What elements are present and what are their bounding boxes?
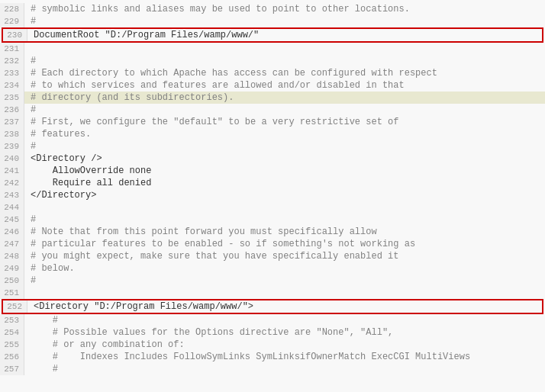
code-line-256: 256 # Indexes Includes FollowSymLinks Sy… [0, 351, 545, 363]
code-line-229: 229# [0, 15, 545, 27]
code-line-246: 246# Note that from this point forward y… [0, 226, 545, 238]
line-content: DocumentRoot "D:/Program Files/wamp/www/… [27, 29, 542, 41]
line-content: # to which services and features are all… [24, 79, 545, 92]
line-number: 251 [0, 287, 24, 299]
line-number: 247 [0, 238, 24, 250]
code-line-233: 233# Each directory to which Apache has … [0, 67, 545, 79]
line-content: <Directory "D:/Program Files/wamp/www/"> [27, 300, 542, 313]
line-content [24, 201, 545, 214]
line-content: # features. [24, 128, 545, 140]
code-line-247: 247# particular features to be enabled -… [0, 238, 545, 250]
line-number: 233 [0, 67, 24, 79]
line-content: # Indexes Includes FollowSymLinks SymLin… [24, 351, 545, 363]
code-line-234: 234# to which services and features are … [0, 79, 545, 92]
line-number: 231 [0, 43, 24, 55]
code-line-248: 248# you might expect, make sure that yo… [0, 250, 545, 262]
line-content: # First, we configure the "default" to b… [24, 116, 545, 128]
line-content: <Directory /> [24, 153, 545, 165]
code-line-241: 241 AllowOverride none [0, 165, 545, 177]
code-line-243: 243</Directory> [0, 189, 545, 201]
line-number: 236 [0, 104, 24, 116]
line-content: # Note that from this point forward you … [24, 226, 545, 238]
code-line-239: 239# [0, 140, 545, 153]
line-number: 242 [0, 177, 24, 189]
line-number: 253 [0, 314, 24, 326]
line-number: 229 [0, 15, 24, 27]
code-editor: 228# symbolic links and aliases may be u… [0, 0, 545, 392]
code-line-240: 240<Directory /> [0, 153, 545, 165]
line-content: # below. [24, 262, 545, 275]
line-number: 239 [0, 140, 24, 153]
code-line-236: 236# [0, 104, 545, 116]
code-line-251: 251 [0, 287, 545, 299]
line-content: # [24, 140, 545, 153]
code-line-253: 253 # [0, 314, 545, 326]
line-content: # [24, 55, 545, 67]
line-content: # symbolic links and aliases may be used… [24, 3, 545, 15]
line-number: 241 [0, 165, 24, 177]
line-content: # Possible values for the Options direct… [24, 326, 545, 339]
line-number: 237 [0, 116, 24, 128]
line-number: 254 [0, 326, 24, 339]
line-content: # particular features to be enabled - so… [24, 238, 545, 250]
line-number: 257 [0, 363, 24, 375]
code-line-238: 238# features. [0, 128, 545, 140]
code-line-232: 232# [0, 55, 545, 67]
code-line-244: 244 [0, 201, 545, 214]
code-line-249: 249# below. [0, 262, 545, 275]
line-content: AllowOverride none [24, 165, 545, 177]
line-number: 238 [0, 128, 24, 140]
line-content: # you might expect, make sure that you h… [24, 250, 545, 262]
line-number: 248 [0, 250, 24, 262]
line-number: 235 [0, 92, 24, 104]
line-content: # [24, 314, 545, 326]
code-line-254: 254 # Possible values for the Options di… [0, 326, 545, 339]
code-lines: 228# symbolic links and aliases may be u… [0, 0, 545, 378]
line-number: 240 [0, 153, 24, 165]
line-number: 244 [0, 201, 24, 214]
line-number: 250 [0, 275, 24, 287]
line-content: # [24, 363, 545, 375]
line-content [24, 43, 545, 55]
line-number: 256 [0, 351, 24, 363]
line-content: # directory (and its subdirectories). [24, 92, 545, 104]
line-number: 245 [0, 214, 24, 226]
line-number: 228 [0, 3, 24, 15]
line-content: # or any combination of: [24, 339, 545, 351]
line-content: Require all denied [24, 177, 545, 189]
line-content: # [24, 15, 545, 27]
code-line-252: 252<Directory "D:/Program Files/wamp/www… [2, 299, 543, 314]
code-line-257: 257 # [0, 363, 545, 375]
code-line-242: 242 Require all denied [0, 177, 545, 189]
code-line-231: 231 [0, 43, 545, 55]
line-number: 249 [0, 262, 24, 275]
line-number: 232 [0, 55, 24, 67]
line-content: </Directory> [24, 189, 545, 201]
line-content: # [24, 275, 545, 287]
line-number: 234 [0, 79, 24, 92]
code-line-235: 235# directory (and its subdirectories). [0, 92, 545, 104]
line-content: # Each directory to which Apache has acc… [24, 67, 545, 79]
code-line-230: 230DocumentRoot "D:/Program Files/wamp/w… [2, 27, 543, 43]
line-number: 255 [0, 339, 24, 351]
line-content: # [24, 104, 545, 116]
code-line-237: 237# First, we configure the "default" t… [0, 116, 545, 128]
line-number: 243 [0, 189, 24, 201]
code-line-228: 228# symbolic links and aliases may be u… [0, 3, 545, 15]
code-line-245: 245# [0, 214, 545, 226]
line-number: 246 [0, 226, 24, 238]
line-content [24, 287, 545, 299]
line-number: 230 [3, 29, 27, 41]
line-content: # [24, 214, 545, 226]
line-number: 252 [3, 300, 27, 313]
code-line-250: 250# [0, 275, 545, 287]
code-line-255: 255 # or any combination of: [0, 339, 545, 351]
